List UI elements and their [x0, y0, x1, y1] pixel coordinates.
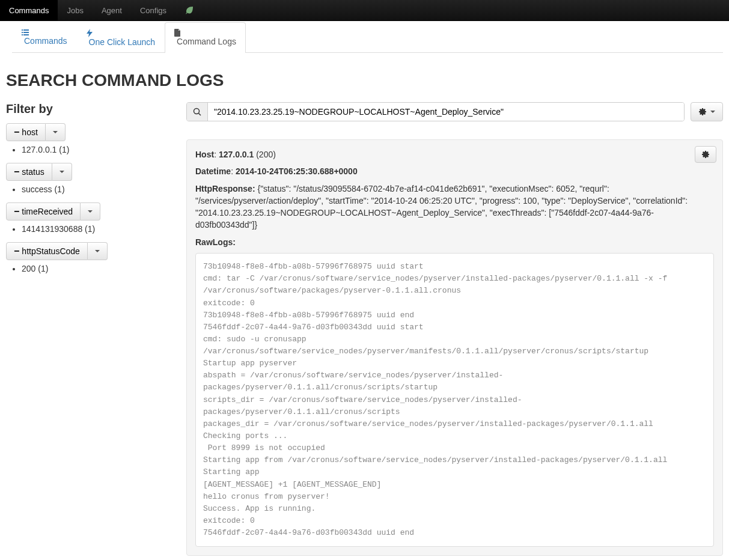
rawlog-output: 73b10948-f8e8-4fbb-a08b-57996f768975 uui…: [195, 253, 714, 547]
filter-status-dropdown[interactable]: [52, 163, 72, 181]
result-datetime-line: Datetime: 2014-10-24T06:25:30.688+0000: [195, 165, 714, 177]
rawlogs-label: RawLogs:: [195, 237, 236, 247]
sidebar: Filter by −host 127.0.0.1 (1) −status su…: [6, 102, 174, 560]
search-input[interactable]: [208, 103, 684, 121]
result-host-line: Host: 127.0.0.1 (200): [195, 148, 714, 160]
filter-host-dropdown[interactable]: [46, 123, 66, 141]
filter-timereceived: −timeReceived: [6, 202, 100, 221]
minus-icon: −: [14, 208, 19, 215]
filter-timereceived-dropdown[interactable]: [81, 202, 100, 221]
search-icon: [187, 103, 208, 121]
filter-item[interactable]: 200 (1): [22, 264, 174, 273]
gear-icon: [701, 150, 710, 159]
result-panel: Host: 127.0.0.1 (200) Datetime: 2014-10-…: [186, 139, 723, 556]
filter-httpstatuscode-dropdown[interactable]: [88, 242, 108, 260]
bolt-icon: [87, 29, 156, 37]
host-value: 127.0.0.1: [219, 150, 254, 159]
list-icon: [22, 29, 67, 36]
tab-one-click-launch[interactable]: One Click Launch: [77, 22, 165, 53]
filter-status-toggle[interactable]: −status: [6, 163, 52, 181]
filter-label: httpStatusCode: [22, 246, 80, 256]
filter-item[interactable]: 1414131930688 (1): [22, 224, 174, 234]
httpresponse-label: HttpResponse:: [195, 184, 255, 193]
nav-commands[interactable]: Commands: [0, 0, 58, 20]
filter-item[interactable]: success (1): [22, 184, 174, 194]
host-label: Host: [195, 150, 214, 159]
search-row: [186, 102, 723, 121]
nav-leaf-icon[interactable]: [175, 0, 203, 20]
tab-label: Command Logs: [177, 37, 236, 46]
nav-configs[interactable]: Configs: [131, 0, 175, 20]
chevron-down-icon: [59, 171, 64, 173]
filter-item[interactable]: 127.0.0.1 (1): [22, 145, 174, 154]
filter-heading: Filter by: [6, 102, 174, 116]
filter-host-list: 127.0.0.1 (1): [22, 145, 174, 154]
tab-command-logs[interactable]: Command Logs: [165, 22, 246, 53]
sub-tabs: Commands One Click Launch Command Logs: [12, 22, 723, 53]
datetime-label: Datetime: [195, 166, 231, 176]
filter-httpstatuscode: −httpStatusCode: [6, 242, 108, 260]
tab-label: Commands: [24, 36, 67, 46]
svg-point-0: [194, 109, 200, 114]
minus-icon: −: [14, 129, 19, 135]
httpresponse-value: {"status": "/status/39095584-6702-4b7e-a…: [195, 184, 688, 230]
chevron-down-icon: [710, 111, 715, 113]
minus-icon: −: [14, 169, 19, 175]
top-navbar: Commands Jobs Agent Configs: [0, 0, 729, 21]
result-httpresponse-line: HttpResponse: {"status": "/status/390955…: [195, 183, 714, 231]
chevron-down-icon: [88, 210, 93, 213]
host-status: (200): [256, 150, 276, 159]
tab-label: One Click Launch: [89, 37, 156, 47]
filter-httpstatuscode-toggle[interactable]: −httpStatusCode: [6, 242, 88, 260]
nav-jobs[interactable]: Jobs: [58, 0, 92, 20]
nav-agent[interactable]: Agent: [93, 0, 131, 20]
filter-label: host: [22, 127, 37, 137]
filter-timereceived-list: 1414131930688 (1): [22, 224, 174, 234]
main-content: Host: 127.0.0.1 (200) Datetime: 2014-10-…: [186, 102, 723, 560]
result-rawlogs-label: RawLogs:: [195, 236, 714, 248]
tab-commands[interactable]: Commands: [12, 22, 77, 53]
filter-label: status: [22, 167, 44, 177]
search-settings-button[interactable]: [691, 102, 723, 121]
filter-label: timeReceived: [22, 207, 73, 216]
file-icon: [174, 29, 236, 37]
filter-host-toggle[interactable]: −host: [6, 123, 46, 141]
chevron-down-icon: [95, 250, 100, 252]
filter-status-list: success (1): [22, 184, 174, 194]
filter-status: −status: [6, 163, 72, 181]
search-box: [186, 102, 685, 121]
filter-timereceived-toggle[interactable]: −timeReceived: [6, 202, 81, 221]
datetime-value: 2014-10-24T06:25:30.688+0000: [236, 166, 358, 176]
svg-line-1: [199, 114, 201, 116]
minus-icon: −: [14, 248, 19, 254]
filter-host: −host: [6, 123, 66, 141]
filter-httpstatuscode-list: 200 (1): [22, 264, 174, 273]
gear-icon: [698, 108, 707, 116]
page-title: SEARCH COMMAND LOGS: [6, 71, 723, 90]
chevron-down-icon: [53, 131, 58, 133]
result-settings-button[interactable]: [695, 146, 716, 163]
